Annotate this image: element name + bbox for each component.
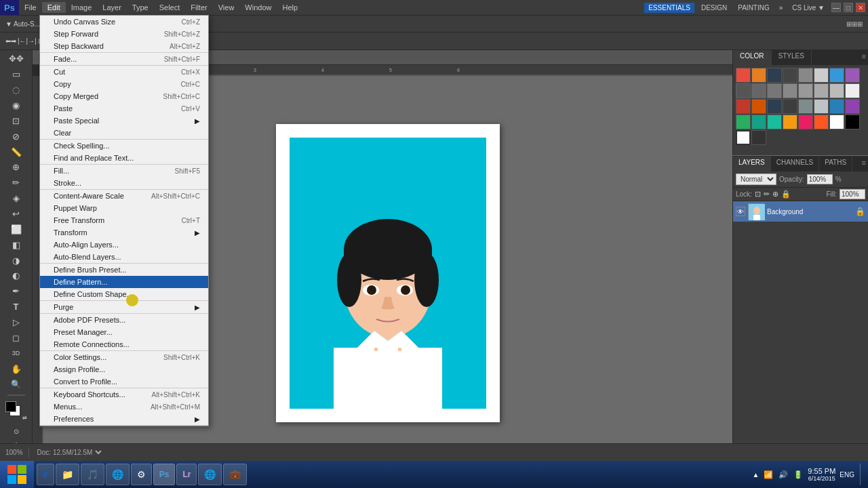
menu-content-aware[interactable]: Content-Aware Scale Alt+Shift+Ctrl+C <box>40 190 208 202</box>
tool-quick-select[interactable]: ◉ <box>8 98 24 113</box>
layers-panel-menu[interactable]: ≡ <box>860 157 868 171</box>
menu-assign-profile[interactable]: Assign Profile... <box>40 363 208 375</box>
opt-arrange[interactable]: ⊞⊞⊞ <box>844 20 865 28</box>
menu-copy[interactable]: Copy Ctrl+C <box>40 78 208 90</box>
menu-purge[interactable]: Purge ▶ <box>40 301 208 313</box>
fg-bg-colors[interactable]: ⇄ <box>5 401 27 421</box>
menu-help[interactable]: Help <box>277 2 303 13</box>
tool-lasso[interactable]: ◌ <box>8 83 24 98</box>
tool-ruler[interactable]: 📏 <box>8 144 24 159</box>
swatch[interactable] <box>829 68 844 83</box>
menu-filter[interactable]: Filter <box>185 2 212 13</box>
swatch[interactable] <box>814 99 829 114</box>
menu-auto-blend[interactable]: Auto-Blend Layers... <box>40 251 208 263</box>
menu-free-transform[interactable]: Free Transform Ctrl+T <box>40 214 208 226</box>
tool-path-select[interactable]: ▷ <box>8 315 24 330</box>
swatch[interactable] <box>829 115 844 129</box>
menu-fade[interactable]: Fade... Shift+Ctrl+F <box>40 53 208 65</box>
workspace-design[interactable]: DESIGN <box>697 3 731 13</box>
menu-undo-canvas-size[interactable]: Undo Canvas Size Ctrl+Z <box>40 16 208 28</box>
taskbar-mediaplayer[interactable]: 🎵 <box>81 464 104 485</box>
menu-paste-special[interactable]: Paste Special ▶ <box>40 115 208 127</box>
menu-menus[interactable]: Menus... Alt+Shift+Ctrl+M <box>40 401 208 413</box>
menu-auto-align[interactable]: Auto-Align Layers... <box>40 239 208 251</box>
layer-visibility[interactable]: 👁 <box>736 207 745 216</box>
lock-image[interactable]: ✏ <box>764 190 770 199</box>
swatch[interactable] <box>736 99 751 114</box>
menu-keyboard-shortcuts[interactable]: Keyboard Shortcuts... Alt+Shift+Ctrl+K <box>40 388 208 401</box>
menu-stroke[interactable]: Stroke... <box>40 177 208 189</box>
tab-channels[interactable]: CHANNELS <box>771 157 819 171</box>
tool-preset[interactable]: ▼ Auto-S... <box>3 20 43 28</box>
menu-edit[interactable]: Edit <box>42 2 66 13</box>
menu-select[interactable]: Select <box>154 2 186 13</box>
swatch[interactable] <box>814 115 829 129</box>
tool-move[interactable]: ✥ <box>8 52 24 66</box>
maximize-btn[interactable]: □ <box>844 3 853 12</box>
language-indicator[interactable]: ENG <box>840 471 854 479</box>
swatch[interactable] <box>798 68 813 83</box>
menu-preferences[interactable]: Preferences ▶ <box>40 413 208 425</box>
taskbar-ie[interactable]: e <box>37 464 54 485</box>
menu-copy-merged[interactable]: Copy Merged Shift+Ctrl+C <box>40 90 208 102</box>
close-btn[interactable]: ✕ <box>856 3 865 12</box>
swatch[interactable] <box>845 83 860 98</box>
tool-history-brush[interactable]: ↩ <box>8 207 24 222</box>
swatch[interactable] <box>783 99 797 114</box>
menu-view[interactable]: View <box>213 2 240 13</box>
swatch[interactable] <box>751 99 766 114</box>
menu-type[interactable]: Type <box>127 2 154 13</box>
swatch[interactable] <box>798 115 813 129</box>
tab-paths[interactable]: PATHS <box>819 157 852 171</box>
menu-paste[interactable]: Paste Ctrl+V <box>40 102 208 115</box>
more-workspaces[interactable]: » <box>776 3 786 13</box>
status-info-select[interactable]: Doc: 12.5M/12.5M <box>35 448 104 457</box>
tool-type[interactable]: T <box>8 300 24 314</box>
swatch[interactable] <box>736 83 751 98</box>
quick-mask[interactable]: ⊙ <box>8 424 24 439</box>
menu-image[interactable]: Image <box>66 2 98 13</box>
tool-select-rect[interactable]: ▭ <box>8 67 24 82</box>
swatch[interactable] <box>783 115 797 129</box>
menu-color-settings[interactable]: Color Settings... Shift+Ctrl+K <box>40 351 208 363</box>
minimize-btn[interactable]: — <box>831 3 841 12</box>
tab-color[interactable]: COLOR <box>733 50 772 65</box>
workspace-essentials[interactable]: ESSENTIALS <box>644 3 694 13</box>
swatch[interactable] <box>736 115 751 129</box>
tool-shape[interactable]: ◻ <box>8 330 24 345</box>
menu-file[interactable]: File <box>19 2 42 13</box>
tray-arrow[interactable]: ▲ <box>752 471 759 479</box>
tool-crop[interactable]: ⊡ <box>8 113 24 128</box>
swatch[interactable] <box>783 68 797 83</box>
swatch[interactable] <box>814 68 829 83</box>
menu-transform[interactable]: Transform ▶ <box>40 226 208 239</box>
workspace-painting[interactable]: PAINTING <box>734 3 773 13</box>
lock-transparent[interactable]: ⊡ <box>755 190 761 199</box>
tool-eyedropper[interactable]: ⊘ <box>8 129 24 144</box>
menu-remote-connections[interactable]: Remote Connections... <box>40 338 208 350</box>
swatch[interactable] <box>751 115 766 129</box>
taskbar-chrome-3[interactable]: 🌐 <box>198 464 222 485</box>
menu-layer[interactable]: Layer <box>97 2 127 13</box>
clock[interactable]: 9:55 PM 6/14/2015 <box>808 467 835 482</box>
start-button[interactable] <box>0 461 34 488</box>
swatch[interactable] <box>767 99 782 114</box>
layer-background[interactable]: 👁 Background 🔒 <box>733 201 868 222</box>
menu-window[interactable]: Window <box>239 2 277 13</box>
tool-zoom[interactable]: 🔍 <box>8 377 24 392</box>
swatch[interactable] <box>845 68 860 83</box>
swatch[interactable] <box>845 115 860 129</box>
swatch[interactable] <box>751 68 766 83</box>
tool-blur[interactable]: ◑ <box>8 253 24 268</box>
taskbar-explorer[interactable]: 📁 <box>56 464 79 485</box>
taskbar-chrome-1[interactable]: 🌐 <box>106 464 130 485</box>
menu-preset-manager[interactable]: Preset Manager... <box>40 326 208 338</box>
taskbar-misc[interactable]: 💼 <box>223 464 247 485</box>
menu-step-backward[interactable]: Step Backward Alt+Ctrl+Z <box>40 40 208 52</box>
tool-brush[interactable]: ✏ <box>8 176 24 190</box>
swatch[interactable] <box>751 83 766 98</box>
swatch-white[interactable] <box>736 130 751 145</box>
swatch-dark[interactable] <box>751 130 766 145</box>
swatch[interactable] <box>798 83 813 98</box>
tab-layers[interactable]: LAYERS <box>733 157 771 171</box>
